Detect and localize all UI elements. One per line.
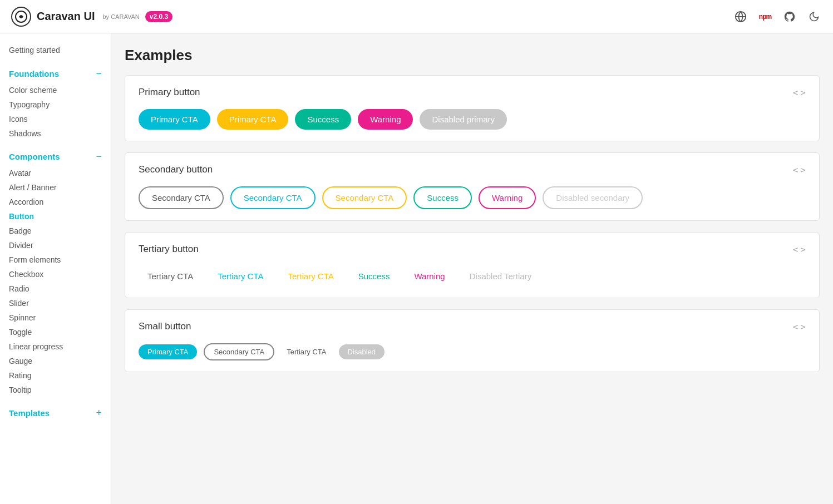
components-label: Components <box>9 152 60 161</box>
primary-code-toggle[interactable]: < > <box>793 87 806 98</box>
small-disabled: Disabled <box>339 344 385 359</box>
header: Caravan UI by CARAVAN v2.0.3 npm <box>0 0 833 33</box>
small-button-header: Small button < > <box>139 321 806 332</box>
small-tertiary-cta[interactable]: Tertiary CTA <box>281 344 332 359</box>
sidebar-item-icons[interactable]: Icons <box>0 112 111 126</box>
sidebar-item-gauge[interactable]: Gauge <box>0 354 111 368</box>
foundations-collapse-icon: − <box>96 68 102 80</box>
templates-section-header[interactable]: Templates + <box>0 404 111 422</box>
by-label: by CARAVAN <box>103 13 140 20</box>
code-bracket-right4: > <box>800 322 806 332</box>
globe-icon[interactable] <box>733 9 748 24</box>
sidebar-item-color-scheme[interactable]: Color scheme <box>0 83 111 97</box>
sidebar-item-badge[interactable]: Badge <box>0 224 111 238</box>
app-title: Caravan UI <box>37 10 95 23</box>
sidebar-item-linear-progress[interactable]: Linear progress <box>0 339 111 354</box>
tertiary-disabled: Disabled Tertiary <box>461 266 540 286</box>
primary-success[interactable]: Success <box>295 109 351 130</box>
secondary-button-section: Secondary button < > Secondary CTA Secon… <box>125 152 820 221</box>
page-title: Examples <box>125 47 820 64</box>
sidebar-item-typography[interactable]: Typography <box>0 97 111 112</box>
tertiary-success[interactable]: Success <box>349 266 399 286</box>
code-bracket-left: < <box>793 87 799 98</box>
sidebar-item-tooltip[interactable]: Tooltip <box>0 383 111 397</box>
sidebar: Getting started Foundations − Color sche… <box>0 33 111 504</box>
primary-button-header: Primary button < > <box>139 87 806 98</box>
secondary-button-header: Secondary button < > <box>139 164 806 175</box>
code-bracket-right: > <box>800 87 806 98</box>
tertiary-button-row: Tertiary CTA Tertiary CTA Tertiary CTA S… <box>139 266 806 286</box>
github-icon[interactable] <box>782 9 797 24</box>
components-section-header[interactable]: Components − <box>0 147 111 166</box>
foundations-label: Foundations <box>9 69 59 78</box>
small-button-row: Primary CTA Secondary CTA Tertiary CTA D… <box>139 343 806 360</box>
theme-toggle-icon[interactable] <box>806 9 822 24</box>
header-right: npm <box>733 9 822 24</box>
primary-button-title: Primary button <box>139 87 200 98</box>
small-primary-cta[interactable]: Primary CTA <box>139 344 197 359</box>
small-code-toggle[interactable]: < > <box>793 322 806 332</box>
tertiary-cta-cyan[interactable]: Tertiary CTA <box>209 266 272 286</box>
tertiary-button-header: Tertiary button < > <box>139 244 806 255</box>
secondary-cta-default[interactable]: Secondary CTA <box>139 186 224 209</box>
sidebar-item-alert-banner[interactable]: Alert / Banner <box>0 180 111 195</box>
tertiary-cta-default[interactable]: Tertiary CTA <box>139 266 202 286</box>
primary-cta-cyan[interactable]: Primary CTA <box>139 109 210 130</box>
code-bracket-right3: > <box>800 244 806 255</box>
secondary-disabled: Disabled secondary <box>543 186 643 209</box>
primary-disabled: Disabled primary <box>420 109 507 130</box>
sidebar-item-radio[interactable]: Radio <box>0 281 111 296</box>
code-bracket-left2: < <box>793 165 799 175</box>
code-bracket-left4: < <box>793 322 799 332</box>
sidebar-item-rating[interactable]: Rating <box>0 368 111 383</box>
sidebar-item-shadows[interactable]: Shadows <box>0 126 111 141</box>
sidebar-item-checkbox[interactable]: Checkbox <box>0 267 111 281</box>
sidebar-item-getting-started[interactable]: Getting started <box>0 42 111 58</box>
secondary-warning[interactable]: Warning <box>479 186 536 209</box>
header-left: Caravan UI by CARAVAN v2.0.3 <box>11 7 172 27</box>
main-content: Examples Primary button < > Primary CTA … <box>111 33 833 504</box>
tertiary-cta-yellow[interactable]: Tertiary CTA <box>279 266 342 286</box>
secondary-cta-cyan[interactable]: Secondary CTA <box>230 186 316 209</box>
npm-icon[interactable]: npm <box>757 9 773 24</box>
code-bracket-right2: > <box>800 165 806 175</box>
primary-cta-yellow[interactable]: Primary CTA <box>217 109 289 130</box>
sidebar-item-form-elements[interactable]: Form elements <box>0 253 111 267</box>
small-button-title: Small button <box>139 321 191 332</box>
sidebar-item-accordion[interactable]: Accordion <box>0 195 111 209</box>
code-bracket-left3: < <box>793 244 799 255</box>
components-collapse-icon: − <box>96 151 102 162</box>
secondary-button-title: Secondary button <box>139 164 213 175</box>
secondary-cta-yellow[interactable]: Secondary CTA <box>322 186 407 209</box>
foundations-section-header[interactable]: Foundations − <box>0 65 111 83</box>
sidebar-item-slider[interactable]: Slider <box>0 296 111 310</box>
secondary-success[interactable]: Success <box>413 186 472 209</box>
sidebar-item-divider[interactable]: Divider <box>0 238 111 253</box>
sidebar-item-spinner[interactable]: Spinner <box>0 310 111 325</box>
templates-expand-icon: + <box>96 407 102 419</box>
small-button-section: Small button < > Primary CTA Secondary C… <box>125 309 820 372</box>
sidebar-item-toggle[interactable]: Toggle <box>0 325 111 339</box>
tertiary-button-title: Tertiary button <box>139 244 199 255</box>
small-secondary-cta[interactable]: Secondary CTA <box>204 343 274 360</box>
primary-button-row: Primary CTA Primary CTA Success Warning … <box>139 109 806 130</box>
logo <box>11 7 31 27</box>
sidebar-item-button[interactable]: Button <box>0 209 111 224</box>
version-badge: v2.0.3 <box>145 11 172 22</box>
tertiary-button-section: Tertiary button < > Tertiary CTA Tertiar… <box>125 232 820 298</box>
layout: Getting started Foundations − Color sche… <box>0 33 833 504</box>
secondary-code-toggle[interactable]: < > <box>793 165 806 175</box>
tertiary-warning[interactable]: Warning <box>405 266 454 286</box>
sidebar-item-avatar[interactable]: Avatar <box>0 166 111 180</box>
primary-button-section: Primary button < > Primary CTA Primary C… <box>125 75 820 141</box>
templates-label: Templates <box>9 408 50 418</box>
secondary-button-row: Secondary CTA Secondary CTA Secondary CT… <box>139 186 806 209</box>
primary-warning[interactable]: Warning <box>358 109 413 130</box>
tertiary-code-toggle[interactable]: < > <box>793 244 806 255</box>
